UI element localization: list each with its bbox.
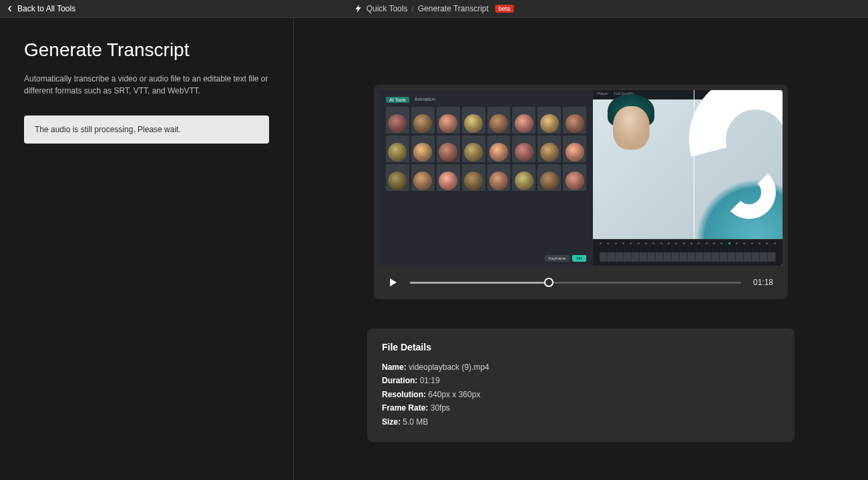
thumb-avatar-cell xyxy=(462,164,485,191)
seek-handle[interactable] xyxy=(544,278,554,287)
thumb-avatar-cell xyxy=(563,107,586,134)
seek-slider[interactable] xyxy=(410,282,741,284)
thumb-person-image xyxy=(593,99,783,239)
thumb-tab-other: Animation xyxy=(415,97,435,103)
thumb-avatar-cell xyxy=(462,107,485,134)
detail-label: Size: xyxy=(382,417,403,427)
file-details-row: Frame Rate: 30fps xyxy=(382,401,780,415)
thumb-avatar-cell xyxy=(537,136,561,162)
thumb-avatar-cell xyxy=(386,136,409,162)
breadcrumb-root[interactable]: Quick Tools xyxy=(367,4,408,13)
play-icon xyxy=(389,278,398,287)
thumb-avatar-cell xyxy=(487,107,511,134)
thumb-avatar-cell xyxy=(563,136,586,162)
thumb-avatar-cell xyxy=(537,107,561,134)
thumb-timeline xyxy=(593,239,783,266)
main: Generate Transcript Automatically transc… xyxy=(0,18,868,480)
file-details-row: Size: 5.0 MB xyxy=(382,415,780,429)
page-title: Generate Transcript xyxy=(24,39,269,61)
detail-label: Name: xyxy=(382,363,409,372)
back-label: Back to All Tools xyxy=(17,4,75,13)
thumb-avatar-cell xyxy=(411,136,435,162)
thumb-avatar-cell xyxy=(411,107,435,134)
file-details-heading: File Details xyxy=(382,342,780,352)
sidebar: Generate Transcript Automatically transc… xyxy=(0,18,294,480)
detail-value: 30fps xyxy=(431,403,450,413)
detail-label: Frame Rate: xyxy=(382,403,431,413)
beta-badge: beta xyxy=(495,5,514,13)
breadcrumb-separator: / xyxy=(411,4,413,13)
content: AI Tools Animation Keyframe OK Player Fu… xyxy=(294,18,868,480)
seek-fill xyxy=(410,282,549,284)
lightning-icon xyxy=(355,5,363,13)
detail-value: 5.0 MB xyxy=(403,417,428,427)
processing-status: The audio is still processing. Please wa… xyxy=(24,115,269,144)
thumb-avatar-cell xyxy=(512,107,535,134)
detail-value: 640px x 360px xyxy=(428,390,480,399)
detail-label: Resolution: xyxy=(382,390,428,399)
chevron-left-icon xyxy=(7,5,13,12)
breadcrumb: Quick Tools / Generate Transcript beta xyxy=(355,4,514,13)
detail-value: 01:19 xyxy=(420,376,440,385)
thumb-avatar-cell xyxy=(437,164,460,191)
thumb-preview-panel: Player Full Quality xyxy=(593,90,783,266)
thumb-editor-panel: AI Tools Animation Keyframe OK xyxy=(379,90,593,266)
thumb-avatar-cell xyxy=(437,107,460,134)
thumb-avatar-cell xyxy=(386,107,409,134)
play-button[interactable] xyxy=(389,278,398,287)
thumb-avatar-grid xyxy=(386,107,586,191)
thumb-btn-primary: OK xyxy=(572,255,586,262)
thumb-avatar-cell xyxy=(462,136,485,162)
file-details-row: Duration: 01:19 xyxy=(382,374,780,387)
file-details-row: Name: videoplayback (9).mp4 xyxy=(382,361,780,374)
topbar: Back to All Tools Quick Tools / Generate… xyxy=(0,0,868,18)
video-controls: 01:18 xyxy=(379,266,783,288)
thumb-avatar-cell xyxy=(537,164,561,191)
thumb-tab-active: AI Tools xyxy=(386,97,409,103)
thumb-avatar-cell xyxy=(386,164,409,191)
thumb-avatar-cell xyxy=(437,136,460,162)
thumb-avatar-cell xyxy=(512,164,535,191)
video-thumbnail[interactable]: AI Tools Animation Keyframe OK Player Fu… xyxy=(379,90,783,266)
thumb-avatar-cell xyxy=(563,164,586,191)
file-details-card: File Details Name: videoplayback (9).mp4… xyxy=(367,328,795,442)
thumb-avatar-cell xyxy=(512,136,535,162)
time-display: 01:18 xyxy=(753,278,773,287)
file-details-list: Name: videoplayback (9).mp4Duration: 01:… xyxy=(382,361,780,429)
thumb-btn-secondary: Keyframe xyxy=(545,255,570,262)
detail-label: Duration: xyxy=(382,376,420,385)
thumb-avatar-cell xyxy=(411,164,435,191)
detail-value: videoplayback (9).mp4 xyxy=(409,363,489,372)
thumb-preview-label-left: Player xyxy=(597,91,608,98)
thumb-avatar-cell xyxy=(487,164,511,191)
thumb-avatar-cell xyxy=(487,136,511,162)
breadcrumb-current: Generate Transcript xyxy=(418,4,489,13)
page-description: Automatically transcribe a video or audi… xyxy=(24,73,269,97)
back-to-tools-link[interactable]: Back to All Tools xyxy=(7,4,75,13)
video-player-card: AI Tools Animation Keyframe OK Player Fu… xyxy=(374,85,788,299)
file-details-row: Resolution: 640px x 360px xyxy=(382,388,780,401)
